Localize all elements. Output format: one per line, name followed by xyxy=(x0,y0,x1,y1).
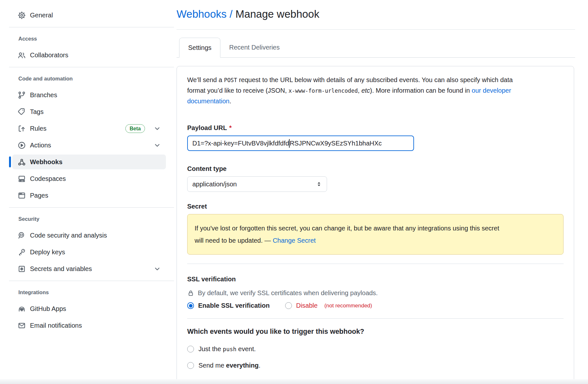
ssl-description-row: By default, we verify SSL certificates w… xyxy=(187,289,564,297)
title-divider xyxy=(177,21,575,30)
sidebar-item-secrets-and-variables[interactable]: Secrets and variables xyxy=(12,261,166,276)
sidebar-item-deploy-keys[interactable]: Deploy keys xyxy=(12,245,166,259)
tab-recent-deliveries[interactable]: Recent Deliveries xyxy=(220,38,288,57)
active-item-indicator xyxy=(9,156,11,167)
enable-ssl-label: Enable SSL verification xyxy=(198,302,270,309)
disable-ssl-label: Disable xyxy=(296,302,318,309)
sidebar-section-label-security: Security xyxy=(9,216,174,222)
push-code-text: push xyxy=(223,346,236,352)
sidebar-item-label: Deploy keys xyxy=(30,248,65,256)
just-push-label: Just the push event. xyxy=(198,345,256,353)
settings-sidebar: GeneralAccessCollaboratorsCode and autom… xyxy=(9,0,174,335)
content-type-selected-value: application/json xyxy=(192,181,237,188)
payload-url-label-row: Payload URL * xyxy=(187,124,564,132)
ssl-verification-heading: SSL verification xyxy=(187,276,564,283)
chevron-down-icon[interactable] xyxy=(154,142,160,148)
people-icon xyxy=(18,51,26,59)
sidebar-item-branches[interactable]: Branches xyxy=(12,88,166,102)
sidebar-divider xyxy=(9,67,174,67)
sidebar-section-label-integrations: Integrations xyxy=(9,289,174,295)
sidebar-item-label: Tags xyxy=(30,108,43,116)
codespaces-icon xyxy=(18,175,26,183)
sidebar-item-github-apps[interactable]: GitHub Apps xyxy=(12,301,166,316)
sidebar-item-actions[interactable]: Actions xyxy=(12,138,166,153)
sidebar-item-label: General xyxy=(30,12,53,19)
ssl-radio-group: Enable SSL verification Disable (not rec… xyxy=(187,302,564,309)
change-secret-link[interactable]: Change Secret xyxy=(273,237,315,244)
radio-checked-icon[interactable] xyxy=(187,302,194,309)
content-type-select[interactable]: application/json xyxy=(187,176,327,192)
beta-badge: Beta xyxy=(125,124,145,133)
payload-url-input[interactable]: D1=?x-api-key=FUtvBV8vjlkfdfdfdRSJPNCwX9… xyxy=(187,136,414,151)
chevron-down-icon[interactable] xyxy=(154,266,160,272)
sidebar-item-email-notifications[interactable]: Email notifications xyxy=(12,318,166,333)
required-asterisk: * xyxy=(229,124,232,132)
chevron-down-icon[interactable] xyxy=(154,125,160,132)
disable-ssl-option[interactable]: Disable (not recommended) xyxy=(285,302,372,309)
play-icon xyxy=(18,141,26,149)
codescan-icon xyxy=(18,231,26,239)
secrets-icon xyxy=(18,265,26,273)
secret-warning-line1: If you've lost or forgotten this secret,… xyxy=(195,225,499,232)
webhook-settings-panel: We’ll send a POST request to the URL bel… xyxy=(177,66,574,384)
radio-unchecked-icon[interactable] xyxy=(187,362,194,369)
developer-documentation-link[interactable]: our developer xyxy=(472,87,511,94)
sidebar-item-general[interactable]: General xyxy=(12,8,166,23)
payload-url-value-after-caret: RSJPNCwX9ySEzSYh1bhaHXc xyxy=(290,140,382,147)
sidebar-item-label: Secrets and variables xyxy=(30,265,92,273)
payload-url-value-before-caret: D1=?x-api-key=FUtvBV8vjlkfdfdfd xyxy=(192,140,289,147)
sidebar-section-label-access: Access xyxy=(9,36,174,42)
disable-ssl-note: (not recommended) xyxy=(324,303,372,309)
sidebar-item-pages[interactable]: Pages xyxy=(12,188,166,203)
sidebar-section-label-code-and-automation: Code and automation xyxy=(9,76,174,82)
section-divider xyxy=(187,264,564,264)
pages-icon xyxy=(18,192,26,200)
tag-icon xyxy=(18,108,26,116)
breadcrumb-webhooks-link[interactable]: Webhooks / xyxy=(177,8,233,20)
github-webhook-settings-page: GeneralAccessCollaboratorsCode and autom… xyxy=(0,0,588,384)
sidebar-item-collaborators[interactable]: Collaborators xyxy=(12,48,166,62)
select-arrows-icon xyxy=(316,181,322,187)
breadcrumb-separator: / xyxy=(230,8,233,20)
webhook-icon xyxy=(18,158,26,166)
secret-label: Secret xyxy=(187,203,564,210)
webhook-tabs: Settings Recent Deliveries xyxy=(177,38,575,58)
payload-url-label: Payload URL xyxy=(187,124,227,132)
mail-icon xyxy=(18,322,26,330)
sidebar-item-label: Collaborators xyxy=(30,52,68,59)
sidebar-divider xyxy=(9,27,174,27)
sidebar-item-rules[interactable]: RulesBeta xyxy=(12,121,166,136)
page-title-current: Manage webhook xyxy=(236,8,320,20)
sidebar-item-label: Code security and analysis xyxy=(30,232,107,239)
secret-warning-banner: If you've lost or forgotten this secret,… xyxy=(187,214,564,255)
developer-documentation-link[interactable]: documentation xyxy=(187,98,229,105)
section-divider xyxy=(187,318,564,319)
key-icon xyxy=(18,248,26,256)
sidebar-item-label: Webhooks xyxy=(30,158,63,166)
branch-icon xyxy=(18,91,26,99)
events-heading: Which events would you like to trigger t… xyxy=(187,328,564,336)
radio-unchecked-icon[interactable] xyxy=(187,346,194,352)
secret-warning-line2: will need to be updated. — xyxy=(195,237,273,244)
viewport-bottom-edge xyxy=(0,379,588,384)
send-everything-label: Send me everything. xyxy=(198,362,260,369)
sidebar-item-label: Codespaces xyxy=(30,175,66,183)
just-push-option[interactable]: Just the push event. xyxy=(187,345,564,353)
sidebar-item-codespaces[interactable]: Codespaces xyxy=(12,171,166,186)
tab-settings[interactable]: Settings xyxy=(179,38,220,58)
apps-icon xyxy=(18,305,26,313)
sidebar-item-code-security-and-analysis[interactable]: Code security and analysis xyxy=(12,228,166,243)
sidebar-item-tags[interactable]: Tags xyxy=(12,104,166,119)
gear-icon xyxy=(18,11,26,19)
sidebar-item-webhooks[interactable]: Webhooks xyxy=(12,155,166,169)
sidebar-item-label: Rules xyxy=(30,125,46,132)
content-type-label: Content type xyxy=(187,165,564,173)
sidebar-divider xyxy=(9,207,174,208)
sidebar-item-label: Pages xyxy=(30,192,48,199)
sidebar-item-label: Actions xyxy=(30,142,51,149)
ssl-description: By default, we verify SSL certificates w… xyxy=(198,289,378,297)
radio-unchecked-icon[interactable] xyxy=(285,302,292,309)
enable-ssl-option[interactable]: Enable SSL verification xyxy=(187,302,270,309)
sidebar-divider xyxy=(9,281,174,281)
send-everything-option[interactable]: Send me everything. xyxy=(187,362,564,369)
